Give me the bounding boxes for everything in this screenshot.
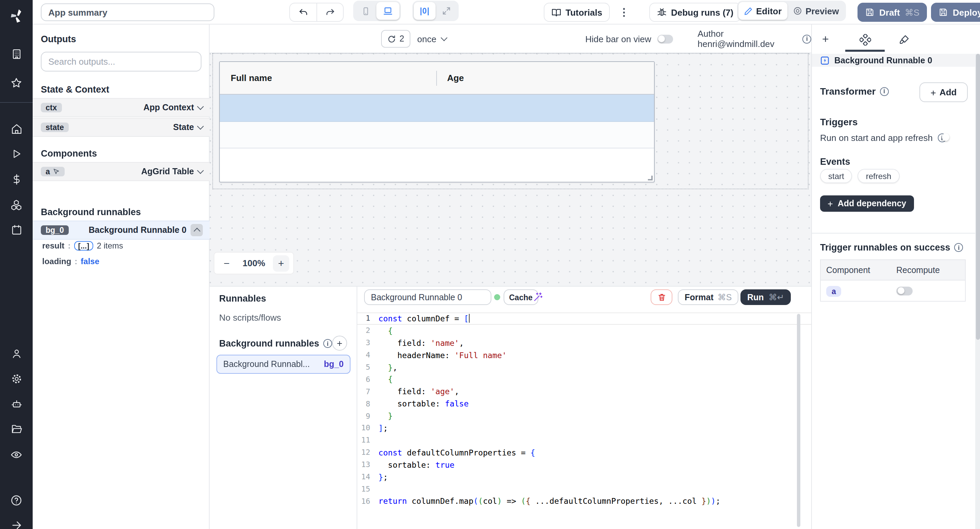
center-layout-button[interactable]: |0|	[414, 2, 436, 20]
code-line[interactable]: 10];	[357, 422, 811, 434]
runnable-name-input[interactable]: Background Runnable 0	[364, 289, 492, 305]
component-a-chip: a	[41, 167, 65, 176]
add-transformer-button[interactable]: + Add	[920, 82, 968, 102]
code-line[interactable]: 7 field: 'age',	[357, 386, 811, 398]
code-editor[interactable]: 1const columnDef = [2 {3 field: 'name',4…	[357, 312, 811, 529]
home-icon[interactable]	[0, 123, 33, 135]
aggrid-table-component[interactable]: Full name Age	[219, 61, 655, 182]
code-line[interactable]: 1const columnDef = [	[357, 312, 811, 325]
ai-wand-button[interactable]	[533, 292, 543, 302]
editor-scrollbar[interactable]	[797, 314, 800, 527]
table-row-selected[interactable]	[220, 95, 654, 122]
fullwidth-layout-button[interactable]	[436, 2, 457, 20]
code-line[interactable]: 14};	[357, 471, 811, 483]
help-icon[interactable]	[0, 494, 33, 507]
run-on-start-row: Run on start and app refresh i	[820, 133, 946, 143]
zoom-control: − 100% +	[215, 253, 293, 274]
zoom-in-button[interactable]: +	[273, 255, 289, 271]
column-header-full-name[interactable]: Full name	[220, 73, 436, 83]
ctx-chip: ctx	[41, 103, 62, 112]
code-line[interactable]: 16return columnDef.map((col) => ({ ...de…	[357, 495, 811, 508]
code-line[interactable]: 2 {	[357, 325, 811, 337]
info-icon[interactable]: i	[803, 34, 811, 43]
component-a-row[interactable]: a AgGrid Table	[33, 162, 210, 181]
app-canvas[interactable]: Full name Age − 100% +	[210, 53, 811, 286]
hide-bar-toggle[interactable]	[657, 34, 673, 43]
event-chip-refresh[interactable]: refresh	[858, 169, 900, 183]
refresh-icon	[387, 34, 396, 43]
folders-icon[interactable]	[0, 424, 33, 435]
code-line[interactable]: 11	[357, 434, 811, 447]
result-array-box[interactable]: [...]	[74, 241, 93, 250]
zoom-out-button[interactable]: −	[218, 255, 235, 271]
panel-scrollbar-thumb[interactable]	[975, 54, 980, 340]
code-line[interactable]: 6 {	[357, 373, 811, 386]
bg0-label: Background Runnable 0	[89, 225, 186, 235]
audit-eye-icon[interactable]	[0, 449, 33, 461]
event-chip-start[interactable]: start	[820, 169, 853, 183]
code-line[interactable]: 9 }	[357, 410, 811, 422]
redo-button[interactable]	[317, 3, 344, 22]
code-line[interactable]: 15	[357, 483, 811, 495]
recompute-toggle[interactable]	[896, 286, 913, 295]
preview-mode-tab[interactable]: Preview	[787, 2, 844, 20]
column-separator[interactable]	[436, 71, 437, 86]
table-row[interactable]	[220, 122, 654, 148]
app-summary-input[interactable]: App summary	[41, 3, 215, 21]
code-line[interactable]: 4 headerName: 'Full name'	[357, 349, 811, 361]
code-line[interactable]: 3 field: 'name',	[357, 337, 811, 349]
component-settings-tab[interactable]	[857, 31, 873, 48]
bg-runnable-item[interactable]: Background Runnabl... bg_0	[216, 355, 350, 374]
resize-handle[interactable]	[648, 176, 653, 180]
refresh-count-button[interactable]: 2	[381, 30, 410, 48]
info-icon[interactable]: i	[880, 87, 888, 96]
info-icon[interactable]: i	[323, 339, 332, 348]
runs-play-icon[interactable]	[0, 148, 33, 159]
more-menu-button[interactable]: ⋮	[619, 3, 629, 21]
search-outputs-input[interactable]: Search outputs...	[41, 52, 202, 72]
collapse-row-button[interactable]	[191, 224, 203, 236]
ctx-label: App Context	[143, 103, 194, 112]
undo-button[interactable]	[289, 3, 317, 22]
tutorials-button[interactable]: Tutorials	[544, 3, 610, 22]
code-line[interactable]: 5 },	[357, 361, 811, 373]
run-button[interactable]: Run ⌘↵	[740, 289, 791, 305]
component-a-id: a	[46, 167, 50, 176]
code-line[interactable]: 12const defaultColumnProperties = {	[357, 447, 811, 459]
state-row[interactable]: state State	[33, 118, 210, 137]
info-icon[interactable]: i	[955, 243, 963, 252]
delete-runnable-button[interactable]	[651, 289, 672, 305]
refresh-mode-select[interactable]: once	[417, 30, 447, 48]
desktop-view-button[interactable]	[376, 2, 399, 20]
schedules-calendar-icon[interactable]	[0, 224, 33, 236]
variables-dollar-icon[interactable]	[0, 174, 33, 185]
format-button[interactable]: Format ⌘S	[678, 289, 738, 305]
plus-icon: +	[822, 33, 829, 46]
result-row[interactable]: result : [...] 2 items	[42, 241, 123, 250]
deploy-button[interactable]: Deploy	[931, 3, 980, 22]
user-icon[interactable]	[0, 348, 33, 360]
editor-mode-tab[interactable]: Editor	[738, 2, 787, 20]
workspace-icon[interactable]	[0, 48, 33, 60]
code-line[interactable]: 13 sortable: true	[357, 459, 811, 471]
settings-gear-icon[interactable]	[0, 373, 33, 385]
ctx-row[interactable]: ctx App Context	[33, 98, 210, 117]
collapse-arrow-icon[interactable]	[0, 519, 33, 529]
workers-robot-icon[interactable]	[0, 398, 33, 410]
add-background-runnable-button[interactable]: +	[332, 336, 347, 351]
add-dependency-button[interactable]: + Add dependency	[820, 195, 914, 212]
debug-runs-button[interactable]: Debug runs (7)	[649, 3, 741, 22]
add-component-tab[interactable]: +	[817, 31, 834, 48]
bg-runnable-label: Background Runnabl...	[223, 360, 310, 369]
resources-cubes-icon[interactable]	[0, 199, 33, 211]
bg0-row[interactable]: bg_0 Background Runnable 0	[33, 221, 210, 240]
column-header-age[interactable]: Age	[436, 73, 464, 83]
theme-tab[interactable]	[896, 31, 912, 48]
code-line[interactable]: 8 sortable: false	[357, 398, 811, 410]
mobile-view-button[interactable]	[355, 2, 376, 20]
draft-button[interactable]: Draft ⌘S	[858, 3, 927, 22]
favorites-star-icon[interactable]	[0, 77, 33, 89]
windmill-logo[interactable]	[0, 8, 33, 24]
bg0-chip: bg_0	[41, 225, 69, 235]
undo-redo-group	[289, 3, 344, 21]
